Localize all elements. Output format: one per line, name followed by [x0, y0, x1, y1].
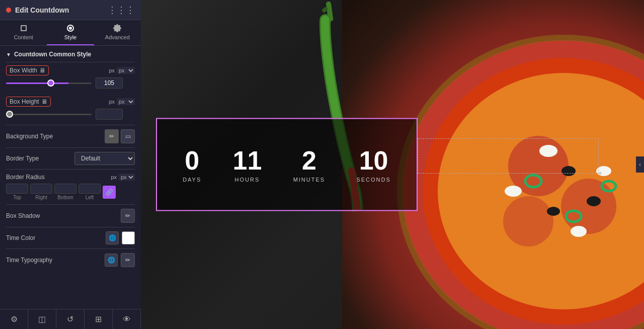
box-height-row: Box Height 🖥 px px%em	[0, 94, 141, 125]
box-height-label: Box Height	[10, 98, 39, 105]
br-top-input[interactable]	[6, 184, 28, 194]
svg-point-7	[571, 226, 587, 237]
time-typography-controls: 🌐 ✏	[105, 253, 135, 267]
background-type-icons: ✏ ▭	[105, 129, 135, 143]
box-width-input[interactable]: 105	[96, 77, 123, 89]
time-color-swatch[interactable]	[122, 231, 135, 244]
box-height-unit-select[interactable]: px%em	[117, 98, 135, 105]
br-right-label: Right	[35, 195, 47, 200]
tab-content[interactable]: Content	[0, 20, 47, 45]
time-color-label: Time Color	[6, 234, 35, 241]
countdown-minutes-label: MINUTES	[293, 176, 326, 182]
br-top-label: Top	[13, 195, 21, 200]
bottom-bar: ⚙ ◫ ↺ ⊞ 👁 Publish ▲	[0, 309, 141, 329]
time-typography-row: Time Typography 🌐 ✏	[0, 249, 141, 271]
border-type-select[interactable]: Default Solid Dashed Dotted Double	[74, 152, 135, 165]
countdown-hours: 11 HOURS	[233, 147, 262, 182]
layers-icon[interactable]: ◫	[28, 309, 56, 330]
countdown-hours-label: HOURS	[235, 176, 260, 182]
box-height-unit: px px%em	[109, 98, 135, 105]
tab-advanced-label: Advanced	[105, 34, 130, 40]
border-radius-unit-label: px	[111, 174, 117, 180]
selection-plus-icon: +	[598, 169, 602, 177]
border-radius-label-row: Border Radius px px%	[6, 174, 135, 181]
settings-icon[interactable]: ⚙	[0, 309, 28, 330]
countdown-seconds-value: 10	[359, 147, 388, 173]
br-link-btn[interactable]: 🔗	[103, 186, 116, 199]
bg-image-btn[interactable]: ▭	[121, 129, 135, 143]
box-width-labeled: Box Width 🖥	[6, 65, 49, 75]
box-shadow-edit-btn[interactable]: ✏	[121, 209, 135, 223]
box-shadow-label: Box Shadow	[6, 212, 40, 219]
br-left-input[interactable]	[78, 184, 101, 194]
br-left-label: Left	[86, 195, 94, 200]
panel-title: Edit Countdown	[15, 6, 69, 14]
background-type-row: Background Type ✏ ▭	[0, 125, 141, 147]
preview-icon[interactable]: 👁	[113, 309, 141, 330]
border-radius-unit: px px%	[111, 174, 135, 181]
time-color-globe-btn[interactable]: 🌐	[106, 231, 119, 244]
countdown-days-label: DAYS	[183, 176, 201, 182]
countdown-days: 0 DAYS	[183, 147, 201, 182]
section-arrow: ▼	[6, 52, 11, 57]
box-width-unit-label: px	[109, 67, 115, 73]
br-bottom-input[interactable]	[54, 184, 76, 194]
bg-color-btn[interactable]: ✏	[105, 129, 119, 143]
box-height-input[interactable]	[96, 109, 123, 120]
time-typo-globe-btn[interactable]: 🌐	[105, 254, 118, 267]
time-color-controls: 🌐	[106, 231, 135, 244]
box-width-label: Box Width	[10, 67, 37, 74]
box-height-label-row: Box Height 🖥 px px%em	[6, 97, 135, 107]
box-height-labeled: Box Height 🖥	[6, 97, 51, 107]
history-icon[interactable]: ↺	[56, 309, 85, 330]
countdown-days-value: 0	[185, 147, 199, 173]
box-width-slider-row: 105	[6, 77, 135, 89]
box-shadow-row: Box Shadow ✏	[0, 205, 141, 227]
panel-header: Edit Countdown ⋮⋮⋮	[0, 0, 141, 20]
border-type-label: Border Type	[6, 155, 39, 162]
svg-point-4	[561, 179, 616, 234]
panel-body: ▼ Countdown Common Style Box Width 🖥 px …	[0, 46, 141, 309]
br-right-group: Right	[30, 184, 52, 200]
grid-icon[interactable]: ⋮⋮⋮	[108, 5, 135, 16]
panel-tabs: Content Style Advanced	[0, 20, 141, 46]
time-color-row: Time Color 🌐	[0, 227, 141, 249]
border-type-row: Border Type Default Solid Dashed Dotted …	[0, 148, 141, 169]
svg-point-5	[503, 196, 553, 246]
border-radius-row: Border Radius px px% Top	[0, 170, 141, 204]
monitor-icon-height: 🖥	[41, 98, 47, 105]
br-right-input[interactable]	[30, 184, 52, 194]
bottom-icons: ⚙ ◫ ↺ ⊞ 👁	[0, 309, 141, 330]
svg-point-12	[587, 196, 601, 206]
box-width-slider[interactable]	[6, 83, 92, 84]
canvas-area: 0 DAYS 11 HOURS 2 MINUTES 10 SECONDS + ‹	[141, 0, 644, 329]
br-bottom-group: Bottom	[54, 184, 76, 200]
box-height-slider-row	[6, 109, 135, 120]
section-header[interactable]: ▼ Countdown Common Style	[0, 46, 141, 62]
svg-point-11	[547, 207, 560, 216]
background-type-label: Background Type	[6, 133, 53, 140]
box-height-slider[interactable]	[6, 114, 92, 115]
svg-point-8	[505, 186, 522, 197]
box-width-row: Box Width 🖥 px px%em 105	[0, 62, 141, 94]
border-radius-label: Border Radius	[6, 174, 45, 181]
selection-box[interactable]: +	[418, 138, 599, 174]
box-width-unit-select[interactable]: px%em	[117, 67, 135, 74]
collapse-arrow[interactable]: ‹	[636, 156, 644, 173]
countdown-minutes-value: 2	[302, 147, 316, 173]
template-icon[interactable]: ⊞	[85, 309, 113, 330]
box-width-label-row: Box Width 🖥 px px%em	[6, 65, 135, 75]
countdown-seconds: 10 SECONDS	[356, 147, 390, 182]
box-height-unit-label: px	[109, 99, 115, 105]
border-radius-unit-select[interactable]: px%	[119, 174, 135, 181]
tab-style[interactable]: Style	[47, 20, 94, 45]
logo-dot	[6, 8, 11, 13]
main-layout: Edit Countdown ⋮⋮⋮ Content Style Advance…	[0, 0, 644, 329]
countdown-widget: 0 DAYS 11 HOURS 2 MINUTES 10 SECONDS	[156, 118, 418, 211]
box-width-unit: px px%em	[109, 67, 135, 74]
time-typo-edit-btn[interactable]: ✏	[121, 253, 135, 267]
left-panel: Edit Countdown ⋮⋮⋮ Content Style Advance…	[0, 0, 141, 329]
countdown-seconds-label: SECONDS	[356, 176, 390, 182]
countdown-hours-value: 11	[233, 147, 262, 173]
tab-advanced[interactable]: Advanced	[94, 20, 141, 45]
